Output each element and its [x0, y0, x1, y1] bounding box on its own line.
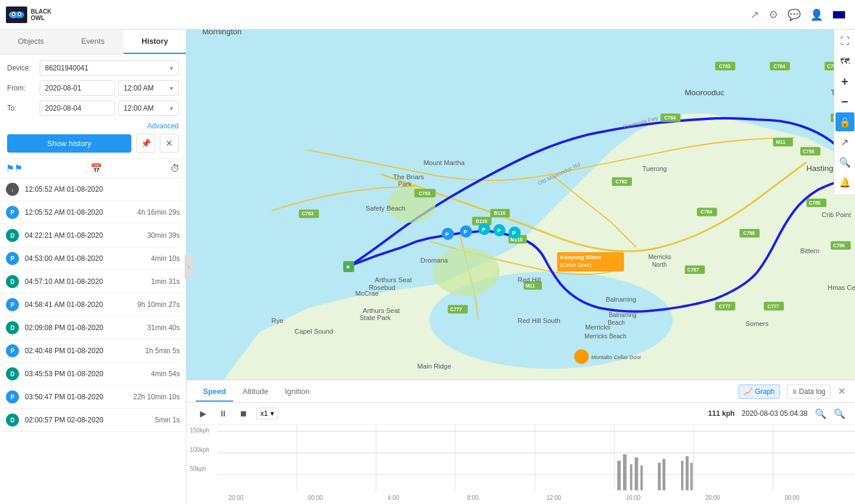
- list-item[interactable]: P 03:50:47 PM 01-08-2020 22h 10min 10s: [0, 386, 186, 409]
- clear-button[interactable]: ✕: [160, 134, 179, 153]
- datetime-display: 2020-08-03 05:04:38: [742, 409, 808, 418]
- stop-button[interactable]: ⏹: [236, 406, 250, 421]
- clock-icon[interactable]: ⏱: [170, 163, 180, 174]
- svg-text:Merricks: Merricks: [585, 324, 611, 331]
- list-item[interactable]: D 02:00:57 PM 02-08-2020 5min 1s: [0, 409, 186, 432]
- chevron-time-icon: [170, 84, 173, 92]
- chat-icon[interactable]: 💬: [788, 8, 801, 21]
- share-icon[interactable]: ↗: [750, 8, 759, 21]
- svg-text:North: North: [652, 261, 667, 268]
- to-time-input[interactable]: 12:00 AM: [118, 101, 179, 116]
- svg-text:Merricks Beach: Merricks Beach: [585, 333, 627, 340]
- svg-text:P: P: [446, 231, 449, 237]
- list-item[interactable]: P 04:58:41 AM 01-08-2020 9h 10min 27s: [0, 293, 186, 316]
- device-select[interactable]: 86201940041: [40, 60, 179, 76]
- from-label: From:: [7, 84, 40, 92]
- lock-button[interactable]: 🔒: [835, 112, 854, 131]
- search-icon[interactable]: 🔍: [834, 408, 846, 419]
- speed-select[interactable]: x1 ▾: [256, 408, 278, 419]
- tab-events[interactable]: Events: [62, 30, 124, 54]
- pin-button[interactable]: 📌: [136, 134, 155, 153]
- svg-rect-121: [623, 454, 627, 490]
- svg-text:00:00: 00:00: [785, 495, 799, 502]
- svg-text:C787: C787: [687, 267, 699, 273]
- tab-ignition[interactable]: Ignition: [278, 382, 317, 402]
- d-badge: D: [6, 275, 19, 288]
- search-map-button[interactable]: 🔍: [835, 153, 854, 172]
- graph-button[interactable]: 📈 Graph: [738, 385, 780, 399]
- zoom-out-button[interactable]: −: [835, 92, 854, 111]
- panel-tabs: Objects Events History: [0, 30, 186, 54]
- svg-rect-127: [681, 461, 683, 490]
- list-icon: ≡: [792, 387, 796, 396]
- svg-text:C786: C786: [833, 243, 845, 248]
- svg-text:C783: C783: [719, 64, 731, 69]
- chart-line-icon: 📈: [744, 387, 753, 396]
- layers-button[interactable]: 🗺: [835, 52, 854, 71]
- arrow-button[interactable]: ↗: [835, 133, 854, 151]
- from-time-input[interactable]: 12:00 AM: [118, 80, 179, 96]
- p-badge: P: [6, 298, 19, 311]
- svg-point-5: [19, 13, 21, 15]
- list-item[interactable]: D 04:22:21 AM 01-08-2020 30min 39s: [0, 224, 186, 247]
- tab-altitude[interactable]: Altitude: [235, 382, 275, 402]
- fullscreen-button[interactable]: ⛶: [835, 32, 854, 51]
- svg-text:8:00: 8:00: [467, 495, 478, 502]
- list-item[interactable]: P 02:40:48 PM 01-08-2020 1h 5min 5s: [0, 340, 186, 363]
- to-row: To: 2020-08-04 12:00 AM: [7, 101, 179, 116]
- map-area[interactable]: C783 B110 M110 C783 C777 M11 C782 C784 C…: [186, 30, 855, 380]
- advanced-link[interactable]: Advanced: [7, 121, 179, 131]
- settings-icon[interactable]: ⚙: [769, 8, 778, 21]
- svg-text:B110: B110: [494, 211, 506, 216]
- chart-canvas: 20:00 00:00 4:00 8:00 12:00 16:00 20:00 …: [217, 425, 855, 503]
- to-label: To:: [7, 104, 40, 112]
- svg-text:16:00: 16:00: [626, 495, 641, 502]
- list-item[interactable]: P 04:53:00 AM 01-08-2020 4min 10s: [0, 247, 186, 270]
- svg-text:C785: C785: [803, 149, 815, 154]
- svg-text:Bittern: Bittern: [801, 247, 820, 254]
- user-icon[interactable]: 👤: [810, 8, 823, 21]
- calendar-icon[interactable]: 📅: [91, 163, 102, 174]
- list-item[interactable]: D 03:45:53 PM 01-08-2020 4min 54s: [0, 363, 186, 386]
- list-item[interactable]: P 12:05:52 AM 01-08-2020 4h 16min 29s: [0, 201, 186, 224]
- svg-text:Merricks: Merricks: [648, 254, 672, 260]
- svg-text:C784: C784: [773, 64, 785, 69]
- close-bottom-panel-button[interactable]: ✕: [838, 386, 846, 397]
- list-item[interactable]: D 02:09:08 PM 01-08-2020 31min 40s: [0, 316, 186, 340]
- show-history-button[interactable]: Show history: [7, 134, 131, 153]
- svg-text:Crib Point: Crib Point: [822, 211, 851, 218]
- svg-text:Balnarring: Balnarring: [606, 296, 636, 303]
- from-row: From: 2020-08-01 12:00 AM: [7, 80, 179, 96]
- svg-rect-124: [640, 466, 643, 490]
- from-date-input[interactable]: 2020-08-01: [40, 80, 115, 96]
- tab-history[interactable]: History: [124, 30, 186, 54]
- arrow-badge: ↓: [6, 183, 19, 196]
- notification-button[interactable]: 🔔: [835, 173, 854, 192]
- to-date-input[interactable]: 2020-08-04: [40, 101, 115, 116]
- navbar: BLACK OWL ↗ ⚙ 💬 👤: [0, 0, 855, 30]
- svg-text:Moorooduc: Moorooduc: [685, 88, 724, 97]
- svg-rect-120: [617, 461, 621, 490]
- datalog-button[interactable]: ≡ Data log: [787, 385, 831, 399]
- svg-text:State Park: State Park: [360, 314, 391, 321]
- bottom-panel: Speed Altitude Ignition 📈 Graph ≡ Data l…: [186, 380, 855, 504]
- flag-filter-icon[interactable]: ⚑: [6, 163, 22, 174]
- list-item[interactable]: ↓ 12:05:52 AM 01-08-2020: [0, 178, 186, 201]
- svg-text:Red Hill: Red Hill: [518, 276, 541, 283]
- svg-text:C777: C777: [719, 304, 731, 309]
- svg-text:The Briars: The Briars: [393, 173, 424, 180]
- zoom-location-icon[interactable]: 🔍: [815, 408, 827, 419]
- svg-text:P: P: [482, 227, 485, 232]
- collapse-handle[interactable]: ‹: [185, 255, 193, 279]
- svg-text:20:00: 20:00: [705, 495, 720, 502]
- pause-button[interactable]: ⏸: [216, 406, 230, 421]
- svg-text:Beach: Beach: [608, 319, 625, 326]
- svg-text:M11: M11: [525, 283, 535, 289]
- play-button[interactable]: ▶: [196, 406, 210, 421]
- tab-speed[interactable]: Speed: [196, 382, 233, 402]
- tab-objects[interactable]: Objects: [0, 30, 62, 54]
- playback-info: 111 kph 2020-08-03 05:04:38 🔍 🔍: [708, 408, 846, 419]
- svg-rect-126: [663, 459, 666, 490]
- zoom-in-button[interactable]: +: [835, 72, 854, 91]
- list-item[interactable]: D 04:57:10 AM 01-08-2020 1min 31s: [0, 270, 186, 293]
